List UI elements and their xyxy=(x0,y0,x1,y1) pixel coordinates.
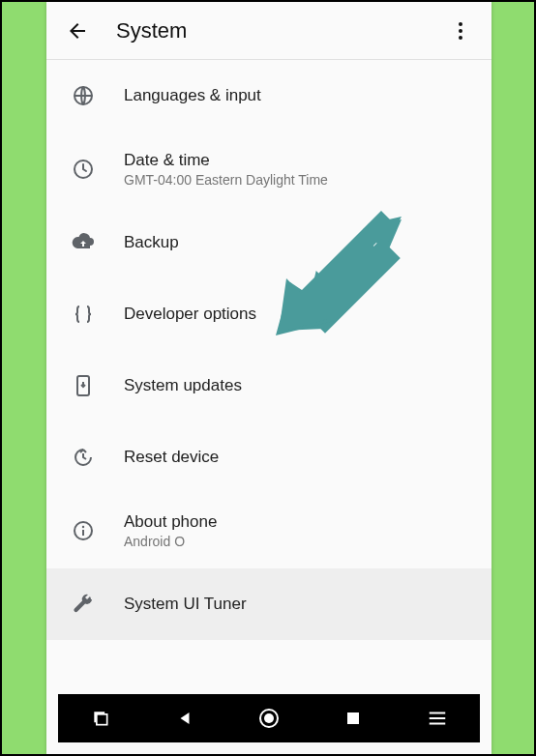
app-bar: System xyxy=(46,2,491,60)
triangle-back-icon xyxy=(176,710,194,727)
svg-point-0 xyxy=(459,22,462,26)
page-title: System xyxy=(116,18,441,44)
arrow-back-icon xyxy=(66,19,89,43)
svg-point-11 xyxy=(264,713,274,723)
system-settings-screen: System Languages & input Date & time xyxy=(46,2,491,754)
item-sublabel: GMT-04:00 Eastern Daylight Time xyxy=(124,172,328,188)
item-about-phone[interactable]: About phone Android O xyxy=(46,493,491,568)
hamburger-icon xyxy=(427,708,448,729)
svg-rect-12 xyxy=(347,712,359,724)
system-update-icon xyxy=(62,374,104,397)
item-developer-options[interactable]: Developer options xyxy=(46,278,491,350)
item-label: Developer options xyxy=(124,305,256,324)
item-backup[interactable]: Backup xyxy=(46,207,491,278)
nav-overview-button[interactable] xyxy=(334,699,372,738)
svg-point-2 xyxy=(459,36,462,40)
nav-home-button[interactable] xyxy=(250,699,288,738)
item-label: Languages & input xyxy=(124,86,261,105)
item-label: Reset device xyxy=(124,448,219,467)
recents-stack-icon xyxy=(91,709,110,728)
nav-back-button[interactable] xyxy=(165,699,204,738)
svg-rect-8 xyxy=(82,530,84,536)
nav-menu-button[interactable] xyxy=(418,699,457,738)
item-system-ui-tuner[interactable]: System UI Tuner xyxy=(46,568,491,640)
nav-recents-left[interactable] xyxy=(81,699,120,738)
language-icon xyxy=(62,84,104,107)
item-languages-input[interactable]: Languages & input xyxy=(46,60,491,131)
svg-rect-9 xyxy=(96,714,106,725)
item-label: System UI Tuner xyxy=(124,595,247,614)
circle-home-icon xyxy=(257,707,281,730)
clock-icon xyxy=(62,158,104,181)
svg-point-7 xyxy=(82,526,84,528)
item-label: System updates xyxy=(124,376,242,395)
item-label: Date & time xyxy=(124,151,328,170)
item-sublabel: Android O xyxy=(124,534,217,549)
square-overview-icon xyxy=(344,710,362,727)
item-date-time[interactable]: Date & time GMT-04:00 Eastern Daylight T… xyxy=(46,131,491,207)
svg-point-1 xyxy=(459,29,462,33)
item-system-updates[interactable]: System updates xyxy=(46,350,491,422)
wrench-icon xyxy=(62,593,104,616)
item-label: About phone xyxy=(124,512,217,532)
overflow-menu-button[interactable] xyxy=(441,12,480,50)
info-icon xyxy=(62,519,104,542)
braces-icon xyxy=(62,303,104,326)
restore-icon xyxy=(62,446,104,469)
back-button[interactable] xyxy=(58,12,97,50)
cloud-upload-icon xyxy=(62,231,104,254)
item-reset-device[interactable]: Reset device xyxy=(46,422,491,493)
item-label: Backup xyxy=(124,233,179,252)
more-vert-icon xyxy=(449,19,472,43)
navigation-bar xyxy=(58,694,480,742)
settings-list: Languages & input Date & time GMT-04:00 … xyxy=(46,60,491,677)
